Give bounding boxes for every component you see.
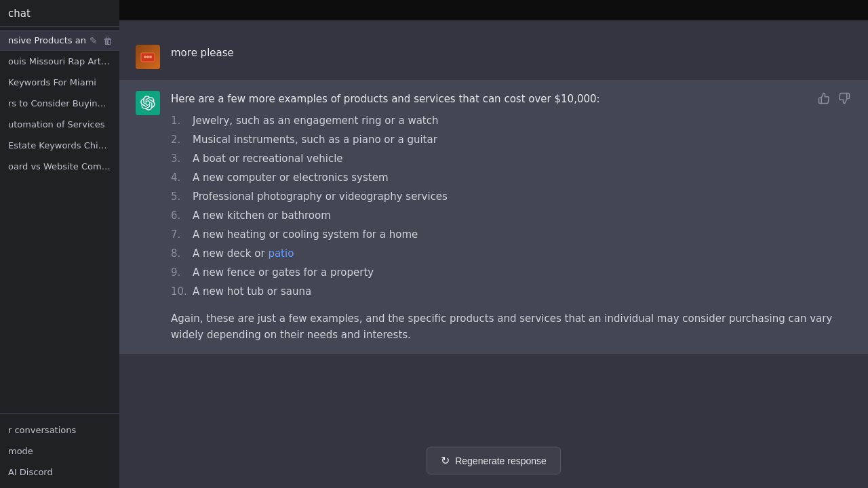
thumbs-up-button[interactable]: [816, 91, 831, 106]
assistant-intro-text: Here are a few more examples of products…: [171, 91, 600, 107]
message-header: Here are a few more examples of products…: [171, 91, 852, 107]
top-bar: [119, 0, 868, 20]
sidebar-bottom: r conversations mode AI Discord: [0, 413, 119, 488]
sidebar-conversations: nsive Products an ✎ 🗑 ouis Missouri Rap …: [0, 27, 119, 413]
list-item: 10. A new hot tub or sauna: [171, 283, 852, 300]
user-message: more please: [119, 34, 868, 80]
sidebar-item-website-compare[interactable]: oard vs Website Compar: [0, 156, 119, 177]
regenerate-icon: ↻: [441, 454, 450, 467]
list-item: 1. Jewelry, such as an engagement ring o…: [171, 113, 852, 129]
regenerate-label: Regenerate response: [455, 455, 547, 466]
list-item: 8. A new deck or patio: [171, 245, 852, 262]
sidebar-item-rap-artists[interactable]: ouis Missouri Rap Artists: [0, 51, 119, 72]
closing-text: Again, these are just a few examples, an…: [171, 310, 852, 343]
sidebar-item-expensive-products[interactable]: nsive Products an ✎ 🗑: [0, 30, 119, 51]
sidebar-header: chat: [0, 0, 119, 27]
user-avatar: [136, 45, 160, 69]
response-list: 1. Jewelry, such as an engagement ring o…: [171, 113, 852, 300]
assistant-message-content: Here are a few more examples of products…: [171, 91, 852, 343]
list-item: 2. Musical instruments, such as a piano …: [171, 131, 852, 148]
user-message-text: more please: [171, 47, 234, 59]
sidebar-item-keywords-miami[interactable]: Keywords For Miami: [0, 72, 119, 93]
list-item: 3. A boat or recreational vehicle: [171, 150, 852, 167]
edit-button[interactable]: ✎: [88, 34, 99, 47]
sidebar-item-estate-keywords[interactable]: Estate Keywords Chicag: [0, 135, 119, 156]
sidebar: chat nsive Products an ✎ 🗑 ouis Missouri…: [0, 0, 119, 488]
list-item: 5. Professional photography or videograp…: [171, 188, 852, 205]
chat-footer: ↻ Regenerate response: [119, 436, 868, 488]
sidebar-item-dark-mode[interactable]: mode: [0, 441, 119, 462]
thumbs-up-icon: [818, 92, 830, 104]
sidebar-title: chat: [8, 7, 31, 20]
user-message-content: more please: [171, 45, 852, 69]
sidebar-item-automation[interactable]: utomation of Services: [0, 114, 119, 135]
sidebar-item-consider-buying[interactable]: rs to Consider Buying S: [0, 93, 119, 114]
list-item: 9. A new fence or gates for a property: [171, 264, 852, 281]
main-content: more please Here are a few more examples…: [119, 0, 868, 488]
regenerate-button[interactable]: ↻ Regenerate response: [427, 447, 561, 474]
item-actions: ✎ 🗑: [88, 34, 114, 47]
delete-button[interactable]: 🗑: [102, 34, 114, 47]
svg-rect-4: [146, 56, 149, 58]
svg-point-2: [149, 56, 152, 58]
sidebar-item-ai-discord[interactable]: AI Discord: [0, 462, 119, 483]
sidebar-item-clear-conversations[interactable]: r conversations: [0, 420, 119, 441]
assistant-avatar: [136, 91, 160, 115]
patio-link[interactable]: patio: [268, 247, 294, 260]
thumbs-down-icon: [838, 92, 850, 104]
thumbs-down-button[interactable]: [837, 91, 852, 106]
list-item: 6. A new kitchen or bathroom: [171, 207, 852, 224]
chat-area[interactable]: more please Here are a few more examples…: [119, 20, 868, 436]
message-actions: [816, 91, 852, 106]
svg-point-1: [144, 56, 146, 58]
list-item: 4. A new computer or electronics system: [171, 169, 852, 186]
list-item: 7. A new heating or cooling system for a…: [171, 226, 852, 243]
assistant-message: Here are a few more examples of products…: [119, 80, 868, 354]
